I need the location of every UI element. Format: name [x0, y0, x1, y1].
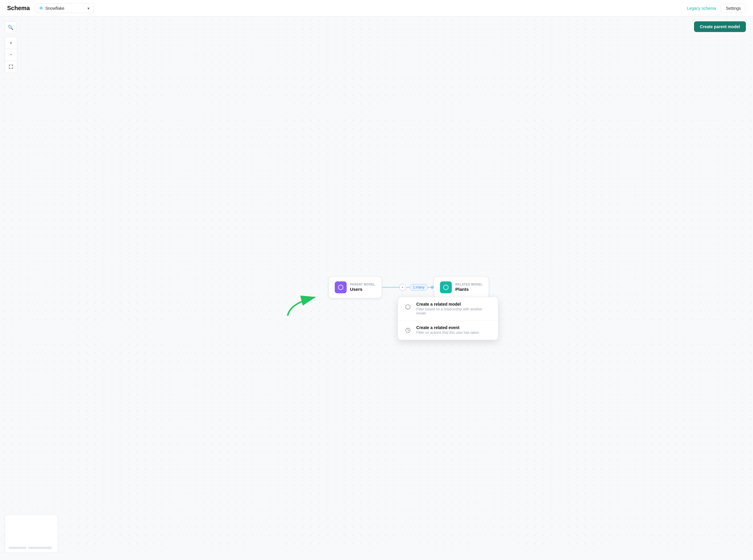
- minimap-content: [8, 547, 54, 549]
- related-model-name: Plants: [455, 287, 483, 292]
- create-related-model-title: Create a related model: [416, 302, 493, 306]
- parent-model-icon: [334, 281, 346, 293]
- create-related-event-desc: Filter on actions that this user has tak…: [416, 331, 479, 335]
- header-right: Legacy schema Settings: [687, 4, 746, 13]
- parent-model-info: PARENT MODEL Users: [350, 283, 375, 292]
- header-left: Schema ❄ Snowflake ▾: [7, 3, 94, 13]
- zoom-in-button[interactable]: +: [5, 37, 17, 49]
- snowflake-icon: ❄: [39, 5, 43, 11]
- chevron-down-icon: ▾: [87, 6, 89, 11]
- parent-model-name: Users: [350, 287, 375, 292]
- arrow-annotation: [285, 294, 320, 319]
- minimap-bar-2: [28, 547, 52, 549]
- search-button[interactable]: 🔍: [5, 21, 17, 33]
- related-model-node[interactable]: RELATED MODEL Plants: [433, 276, 489, 298]
- zoom-controls: + −: [5, 37, 17, 73]
- create-related-model-desc: Filter based on a relationship with anot…: [416, 307, 493, 316]
- create-related-event-item[interactable]: Create a related event Filter on actions…: [398, 320, 498, 340]
- create-related-model-item[interactable]: Create a related model Filter based on a…: [398, 297, 498, 320]
- connection-line-left: [382, 287, 400, 287]
- minimap: [5, 514, 58, 553]
- remove-connection-button[interactable]: ×: [399, 284, 406, 291]
- create-related-event-title: Create a related event: [416, 325, 479, 330]
- related-model-info: RELATED MODEL Plants: [455, 283, 483, 292]
- model-connection: × 1:many Create a related model Filter b…: [382, 284, 433, 291]
- search-icon: 🔍: [8, 25, 14, 30]
- parent-model-node[interactable]: PARENT MODEL Users: [328, 276, 382, 298]
- related-event-icon: [403, 325, 413, 335]
- settings-button[interactable]: Settings: [721, 4, 746, 13]
- fit-button[interactable]: [5, 61, 17, 73]
- create-parent-model-button[interactable]: Create parent model: [694, 21, 746, 32]
- zoom-out-button[interactable]: −: [5, 49, 17, 61]
- green-arrow-icon: [285, 294, 320, 318]
- related-model-label: RELATED MODEL: [455, 283, 483, 286]
- related-model-icon: [403, 302, 413, 312]
- datasource-dropdown[interactable]: ❄ Snowflake ▾: [35, 3, 94, 13]
- legacy-schema-link[interactable]: Legacy schema: [687, 6, 716, 11]
- canvas-toolbar: 🔍 + −: [5, 21, 17, 73]
- relation-badge[interactable]: 1:many: [410, 284, 428, 291]
- app-header: Schema ❄ Snowflake ▾ Legacy schema Setti…: [0, 0, 753, 17]
- related-model-icon: [440, 281, 452, 293]
- schema-canvas: 🔍 + − Create parent model PARENT MODEL: [0, 17, 753, 560]
- model-flow: PARENT MODEL Users × 1:many: [328, 276, 489, 298]
- parent-model-label: PARENT MODEL: [350, 283, 375, 286]
- expand-icon: [8, 64, 13, 69]
- minimap-bar-1: [8, 547, 26, 549]
- datasource-label: Snowflake: [45, 6, 65, 11]
- add-model-menu: Create a related model Filter based on a…: [398, 297, 498, 340]
- connection-dot: [431, 286, 433, 289]
- app-logo: Schema: [7, 5, 30, 12]
